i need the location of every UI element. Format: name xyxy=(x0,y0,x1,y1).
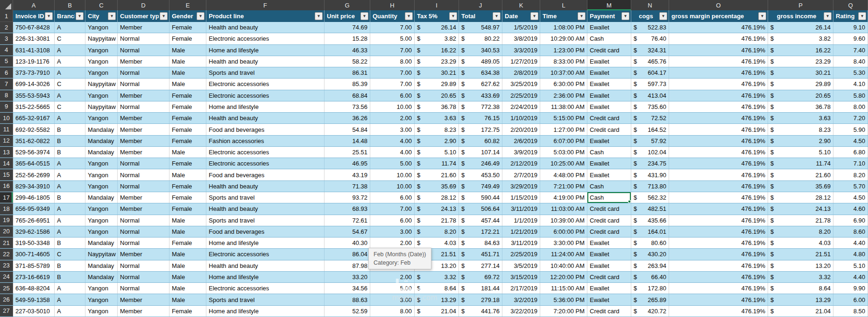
cell-M12[interactable]: Ewallet xyxy=(587,136,631,146)
cell-O26[interactable]: 476.19% xyxy=(669,294,768,305)
cell-F13[interactable]: Electronic accessories xyxy=(206,147,325,158)
cell-L14[interactable]: 10:25:00 AM xyxy=(540,158,587,169)
cell-K6[interactable]: 2/8/2019 xyxy=(502,67,540,78)
cell-M6[interactable]: Ewallet xyxy=(587,67,631,78)
column-header-L[interactable]: Time▾ xyxy=(540,10,587,22)
cell-P22[interactable]: $21.51 xyxy=(768,249,833,259)
cell-L15[interactable]: 4:48:00 PM xyxy=(540,169,587,180)
cell-E21[interactable]: Female xyxy=(169,238,206,248)
column-header-O[interactable]: gross margin percentage▾ xyxy=(669,10,768,22)
cell-E16[interactable]: Female xyxy=(169,181,206,192)
cell-M8[interactable]: Ewallet xyxy=(587,90,631,101)
cell-A9[interactable]: 315-22-5665 xyxy=(13,101,55,112)
cell-D2[interactable]: Member xyxy=(118,22,169,33)
cell-O16[interactable]: 476.19% xyxy=(669,181,768,192)
cell-K8[interactable]: 2/25/2019 xyxy=(502,90,540,101)
cell-F7[interactable]: Electronic accessories xyxy=(206,79,325,89)
cell-A26[interactable]: 549-59-1358 xyxy=(13,294,55,305)
cell-J14[interactable]: $246.49 xyxy=(459,158,502,169)
cell-J2[interactable]: $548.97 xyxy=(459,22,502,33)
cell-G24[interactable]: 33.20 xyxy=(325,272,370,282)
cell-A7[interactable]: 699-14-3026 xyxy=(13,79,55,89)
row-header-15[interactable]: 15 xyxy=(0,169,13,180)
cell-H21[interactable]: 2.00 xyxy=(370,238,415,248)
cell-I4[interactable]: $16.22 xyxy=(415,45,459,56)
cell-F4[interactable]: Home and lifestyle xyxy=(206,45,325,56)
row-header-5[interactable]: 5 xyxy=(0,56,13,67)
cell-M9[interactable]: Ewallet xyxy=(587,101,631,112)
cell-Q7[interactable]: 4.10 xyxy=(833,79,868,89)
cell-M10[interactable]: Credit card xyxy=(587,113,631,123)
cell-J21[interactable]: $84.63 xyxy=(459,238,502,248)
cell-P15[interactable]: $21.60 xyxy=(768,169,833,180)
cell-M13[interactable]: Cash xyxy=(587,147,631,158)
cell-K23[interactable]: 3/5/2019 xyxy=(502,260,540,271)
cell-N2[interactable]: $522.83 xyxy=(631,22,669,33)
cell-E7[interactable]: Male xyxy=(169,79,206,89)
cell-J25[interactable]: $181.44 xyxy=(459,283,502,294)
cell-F22[interactable]: Electronic accessories xyxy=(206,249,325,259)
cell-E13[interactable]: Male xyxy=(169,147,206,158)
cell-L2[interactable]: 1:08:00 PM xyxy=(540,22,587,33)
row-header-13[interactable]: 13 xyxy=(0,147,13,158)
cell-J19[interactable]: $457.44 xyxy=(459,215,502,226)
cell-F2[interactable]: Health and beauty xyxy=(206,22,325,33)
cell-B12[interactable]: B xyxy=(55,136,85,146)
cell-L19[interactable]: 10:39:00 AM xyxy=(540,215,587,226)
cell-E20[interactable]: Male xyxy=(169,226,206,237)
cell-N27[interactable]: $420.72 xyxy=(631,306,669,317)
cell-J5[interactable]: $489.05 xyxy=(459,56,502,67)
cell-J20[interactable]: $172.21 xyxy=(459,226,502,237)
cell-L25[interactable]: 11:15:00 AM xyxy=(540,283,587,294)
column-header-Q[interactable]: Rating▾ xyxy=(833,10,868,22)
cell-A13[interactable]: 529-56-3974 xyxy=(13,147,55,158)
cell-I7[interactable]: $29.89 xyxy=(415,79,459,89)
cell-P19[interactable]: $21.78 xyxy=(768,215,833,226)
filter-button-K[interactable]: ▾ xyxy=(530,12,538,20)
row-header-25[interactable]: 25 xyxy=(0,283,13,294)
cell-K2[interactable]: 1/5/2019 xyxy=(502,22,540,33)
cell-K24[interactable]: 3/15/2019 xyxy=(502,272,540,282)
cell-J3[interactable]: $80.22 xyxy=(459,33,502,44)
filter-button-L[interactable]: ▾ xyxy=(578,12,586,20)
cell-O9[interactable]: 476.19% xyxy=(669,101,768,112)
cell-D3[interactable]: Normal xyxy=(118,33,169,44)
cell-A19[interactable]: 765-26-6951 xyxy=(13,215,55,226)
cell-E3[interactable]: Female xyxy=(169,33,206,44)
cell-E8[interactable]: Female xyxy=(169,90,206,101)
column-header-B[interactable]: Branch▾ xyxy=(55,10,85,22)
row-header-14[interactable]: 14 xyxy=(0,158,13,169)
cell-C27[interactable]: Yangon xyxy=(85,306,118,317)
cell-A14[interactable]: 365-64-0515 xyxy=(13,158,55,169)
cell-D13[interactable]: Member xyxy=(118,147,169,158)
cell-C4[interactable]: Yangon xyxy=(85,45,118,56)
cell-N17[interactable]: $562.32 xyxy=(631,192,669,203)
cell-E19[interactable]: Male xyxy=(169,215,206,226)
cell-O23[interactable]: 476.19% xyxy=(669,260,768,271)
cell-B2[interactable]: A xyxy=(55,22,85,33)
filter-button-E[interactable]: ▾ xyxy=(197,12,205,20)
cell-E27[interactable]: Female xyxy=(169,306,206,317)
cell-I5[interactable]: $23.29 xyxy=(415,56,459,67)
cell-A22[interactable]: 300-71-4605 xyxy=(13,249,55,259)
cell-C26[interactable]: Yangon xyxy=(85,294,118,305)
cell-C8[interactable]: Yangon xyxy=(85,90,118,101)
cell-C14[interactable]: Yangon xyxy=(85,158,118,169)
cell-J17[interactable]: $590.44 xyxy=(459,192,502,203)
cell-G26[interactable]: 88.63 xyxy=(325,294,370,305)
row-header-17[interactable]: 17 xyxy=(0,192,13,203)
cell-K21[interactable]: 3/11/2019 xyxy=(502,238,540,248)
cell-C13[interactable]: Mandalay xyxy=(85,147,118,158)
cell-E10[interactable]: Female xyxy=(169,113,206,123)
cell-D4[interactable]: Normal xyxy=(118,45,169,56)
column-header-F[interactable]: Product line▾ xyxy=(206,10,325,22)
cell-I14[interactable]: $11.74 xyxy=(415,158,459,169)
cell-A25[interactable]: 636-48-8204 xyxy=(13,283,55,294)
cell-H10[interactable]: 2.00 xyxy=(370,113,415,123)
cell-A5[interactable]: 123-19-1176 xyxy=(13,56,55,67)
cell-L16[interactable]: 7:21:00 PM xyxy=(540,181,587,192)
cell-L17[interactable]: 4:19:00 PM xyxy=(540,192,587,203)
cell-G10[interactable]: 36.26 xyxy=(325,113,370,123)
cell-Q5[interactable]: 8.40 xyxy=(833,56,868,67)
col-header-N[interactable]: N xyxy=(631,0,669,10)
